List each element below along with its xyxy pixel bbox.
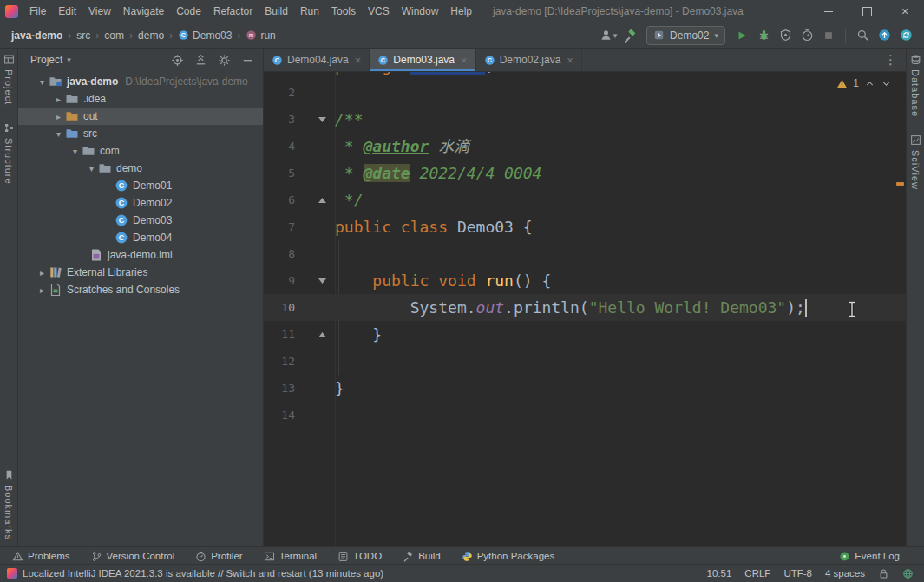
chevron-right-icon[interactable]: ▸ — [36, 268, 49, 278]
chevron-right-icon[interactable]: ▸ — [36, 285, 49, 295]
fold-end-icon[interactable] — [318, 198, 326, 203]
run-with-coverage-button[interactable] — [776, 26, 795, 45]
menu-code[interactable]: Code — [170, 0, 207, 23]
code-line-4[interactable]: 4 * @author 水滴 — [264, 133, 906, 160]
tree-item-demo[interactable]: ▾demo — [18, 160, 263, 177]
tool-tab-bookmarks[interactable]: Bookmarks — [3, 469, 15, 540]
tool-tab-sciview[interactable]: SciView — [910, 134, 921, 190]
tool-tab-structure[interactable]: Structure — [3, 122, 15, 185]
code-line-5[interactable]: 5 * @date 2022/4/4 0004 — [264, 160, 906, 186]
breadcrumb-com[interactable]: com — [102, 29, 127, 43]
menu-window[interactable]: Window — [396, 0, 445, 23]
tree-item-java-demo[interactable]: ▾java-demoD:\IdeaProjects\java-demo — [18, 73, 263, 90]
minimize-button[interactable] — [809, 0, 848, 23]
tool-tab-project[interactable]: Project — [3, 54, 15, 105]
tree-item-demo03[interactable]: CDemo03 — [18, 212, 263, 229]
chevron-down-icon[interactable]: ▾ — [52, 129, 65, 139]
globe-icon[interactable] — [902, 568, 914, 579]
code-line-14[interactable]: 14 — [264, 402, 906, 428]
previous-problem-icon[interactable] — [864, 78, 875, 89]
chevron-right-icon[interactable]: ▸ — [52, 112, 65, 121]
tree-item-scratches-and-consoles[interactable]: ▸Scratches and Consoles — [18, 281, 263, 298]
breadcrumb-demo[interactable]: demo — [135, 29, 167, 43]
profile-button[interactable] — [797, 26, 816, 45]
code-line-7[interactable]: 7public class Demo03 { — [264, 213, 906, 240]
code-line-13[interactable]: 13} — [264, 375, 906, 402]
editor-tab-demo03-java[interactable]: CDemo03.java× — [370, 49, 475, 71]
run-configuration-select[interactable]: Demo02 ▾ — [646, 26, 725, 45]
gear-icon[interactable] — [218, 54, 231, 67]
fold-start-icon[interactable] — [318, 278, 326, 284]
tree-item-src[interactable]: ▾src — [18, 125, 263, 142]
indent-style[interactable]: 4 spaces — [825, 568, 865, 579]
tool-window-button-todo[interactable]: TODO — [337, 551, 382, 562]
tool-window-button-problems[interactable]: Problems — [12, 551, 70, 562]
fold-end-icon[interactable] — [318, 332, 326, 337]
code-line-9[interactable]: 9 public void run() { — [264, 267, 906, 294]
tool-window-button-profiler[interactable]: Profiler — [195, 551, 242, 562]
line-separator[interactable]: CRLF — [744, 568, 770, 579]
code-line-3[interactable]: 3/** — [264, 106, 906, 133]
code-with-me-button[interactable]: ▾ — [599, 26, 618, 45]
menu-build[interactable]: Build — [259, 0, 294, 23]
code-line-2[interactable]: 2 — [264, 79, 906, 106]
menu-help[interactable]: Help — [444, 0, 478, 23]
inspections-widget[interactable]: 1 — [833, 76, 895, 90]
run-button[interactable] — [732, 26, 751, 45]
close-tab-icon[interactable]: × — [461, 54, 468, 67]
breadcrumb-java-demo[interactable]: java-demo — [9, 29, 65, 43]
select-opened-file-icon[interactable] — [171, 54, 184, 67]
chevron-down-icon[interactable]: ▾ — [36, 77, 49, 87]
search-everywhere-button[interactable] — [853, 26, 872, 45]
menu-view[interactable]: View — [82, 0, 117, 23]
status-message[interactable]: Localized IntelliJ IDEA 2021.3.3 is avai… — [23, 568, 383, 579]
tree-item-idea[interactable]: ▸.idea — [18, 90, 263, 108]
stop-button[interactable] — [819, 26, 838, 45]
hide-panel-icon[interactable] — [241, 54, 254, 67]
tree-item-external-libraries[interactable]: ▸External Libraries — [18, 264, 263, 281]
code-editor[interactable]: 1package com.demo;23/**4 * @author 水滴5 *… — [264, 72, 906, 547]
close-tab-icon[interactable]: × — [567, 54, 573, 67]
maximize-button[interactable] — [848, 0, 886, 23]
menu-file[interactable]: File — [23, 0, 52, 23]
code-line-6[interactable]: 6 */ — [264, 186, 906, 213]
debug-button[interactable] — [754, 26, 773, 45]
lock-icon[interactable] — [878, 568, 889, 579]
update-button[interactable] — [875, 26, 894, 45]
chevron-right-icon[interactable]: ▸ — [52, 95, 65, 104]
tool-window-button-version-control[interactable]: Version Control — [91, 551, 175, 562]
tree-item-demo01[interactable]: CDemo01 — [18, 177, 263, 194]
tree-item-com[interactable]: ▾com — [18, 142, 263, 160]
menu-tools[interactable]: Tools — [325, 0, 362, 23]
project-view-selector[interactable]: Project ▾ — [30, 54, 71, 66]
close-tab-icon[interactable]: × — [355, 54, 362, 67]
tree-item-demo04[interactable]: CDemo04 — [18, 229, 263, 246]
sync-button[interactable] — [896, 26, 915, 45]
editor-tab-demo04-java[interactable]: CDemo04.java× — [264, 49, 370, 71]
code-line-8[interactable]: 8 — [264, 240, 906, 267]
menu-navigate[interactable]: Navigate — [117, 0, 170, 23]
fold-start-icon[interactable] — [318, 117, 326, 122]
breadcrumb-demo03[interactable]: CDemo03 — [175, 29, 234, 43]
tab-options-icon[interactable]: ⋮ — [875, 49, 906, 71]
menu-run[interactable]: Run — [294, 0, 325, 23]
tree-item-java-demo-iml[interactable]: java-demo.iml — [18, 246, 263, 264]
code-line-12[interactable]: 12 — [264, 348, 906, 375]
menu-refactor[interactable]: Refactor — [207, 0, 259, 23]
tool-window-button-event-log[interactable]: Event Log — [839, 551, 900, 562]
chevron-down-icon[interactable]: ▾ — [85, 164, 98, 173]
file-encoding[interactable]: UTF-8 — [783, 568, 812, 579]
code-line-1[interactable]: 1package com.demo; — [264, 72, 906, 79]
tree-item-out[interactable]: ▸out — [18, 108, 263, 125]
tree-item-demo02[interactable]: CDemo02 — [18, 194, 263, 212]
code-line-10[interactable]: 10 System.out.println("Hello World! Demo… — [264, 294, 906, 321]
menu-vcs[interactable]: VCS — [362, 0, 396, 23]
caret-position[interactable]: 10:51 — [707, 568, 732, 579]
collapse-all-icon[interactable] — [194, 54, 207, 67]
tool-tab-database[interactable]: Database — [910, 54, 921, 117]
tool-window-button-python-packages[interactable]: Python Packages — [462, 551, 555, 562]
breadcrumb-run[interactable]: mrun — [243, 29, 278, 43]
menu-edit[interactable]: Edit — [52, 0, 82, 23]
tool-window-button-terminal[interactable]: Terminal — [264, 551, 317, 562]
chevron-down-icon[interactable]: ▾ — [69, 147, 82, 156]
